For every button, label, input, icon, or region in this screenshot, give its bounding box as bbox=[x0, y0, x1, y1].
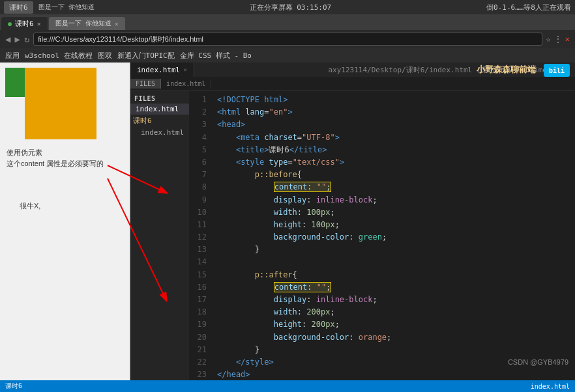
status-right: index.html bbox=[531, 383, 570, 390]
code-line-23: </head> bbox=[217, 369, 570, 380]
code-content[interactable]: <!DOCTYPE html> <html lang="en"> <head> … bbox=[212, 91, 575, 380]
editor-tab-index[interactable]: index.html ✕ bbox=[130, 63, 194, 77]
bookmark-w3school[interactable]: w3school 在线教程 bbox=[25, 51, 93, 61]
browser-address-bar: ◀ ▶ ↻ ☆ ⋮ ✕ bbox=[0, 30, 575, 48]
folder-lesson6[interactable]: 课时6 bbox=[130, 115, 189, 127]
code-line-8: content: ""; bbox=[217, 181, 570, 193]
bilibili-logo: bili bbox=[544, 64, 570, 77]
code-line-2: <html lang="en"> bbox=[217, 106, 570, 119]
annotation-line1: 使用伪元素 bbox=[7, 147, 104, 158]
browser-action-icons: ☆ ⋮ ✕ bbox=[546, 35, 570, 44]
back-button[interactable]: ◀ bbox=[5, 34, 10, 44]
tab-close-icon[interactable]: ✕ bbox=[37, 20, 41, 27]
forward-button[interactable]: ▶ bbox=[14, 34, 20, 44]
tab-lesson6[interactable]: 课时6 bbox=[4, 1, 33, 14]
highlight-content-after: content: ""; bbox=[274, 282, 332, 292]
line-numbers: 12345 678910 1112131415 1617181920 21222… bbox=[189, 91, 212, 380]
refresh-button[interactable]: ↻ bbox=[24, 34, 29, 44]
browser-tab-label: 课时6 bbox=[15, 19, 34, 29]
editor-tab-group: index.html ✕ bbox=[130, 63, 194, 77]
code-line-19: height: 200px; bbox=[217, 318, 570, 331]
code-line-17: display: inline-block; bbox=[217, 294, 570, 306]
code-line-12: background-color: green; bbox=[217, 231, 570, 244]
viewer-count: 倒0-1-6……等8人正在观看 bbox=[486, 3, 571, 12]
main-content: 很牛X, 使用伪元素 这个content 属性是必须要写的 in bbox=[0, 63, 575, 380]
editor-body: FILES index.html 课时6 index.html 12345 67… bbox=[130, 91, 575, 380]
file-item-index[interactable]: index.html bbox=[130, 104, 189, 115]
code-line-7: p::before{ bbox=[217, 169, 570, 181]
preview-label: 很牛X, bbox=[20, 201, 40, 211]
code-line-16: content: ""; bbox=[217, 281, 570, 294]
preview-after-element bbox=[25, 68, 96, 139]
csdn-watermark: CSDN @GYB4979 bbox=[508, 358, 568, 366]
bookmark-apps[interactable]: 应用 bbox=[5, 51, 20, 61]
preview-annotation: 使用伪元素 这个content 属性是必须要写的 bbox=[7, 147, 104, 169]
bookmark-shuang[interactable]: 图双 bbox=[98, 51, 112, 61]
code-line-6: <style type="text/css"> bbox=[217, 156, 570, 169]
bookmarks-bar: 应用 w3school 在线教程 图双 新通入门TOPIC配 金库 CSS 样式… bbox=[0, 48, 575, 63]
code-line-20: background-color: orange; bbox=[217, 331, 570, 344]
tab-screen[interactable]: 图是一下 你他知道 bbox=[38, 3, 95, 12]
code-line-5: <title>课时6</title> bbox=[217, 144, 570, 156]
tab-favicon: ● bbox=[8, 20, 12, 27]
tab-label2: 图是一下 你他知道 bbox=[55, 19, 111, 28]
bookmark-icon[interactable]: ☆ bbox=[546, 35, 551, 44]
editor-secondary-tabs: FILES index.html bbox=[130, 77, 575, 91]
browser-tab-lesson6[interactable]: ● 课时6 ✕ bbox=[1, 17, 48, 30]
files-header: FILES bbox=[130, 94, 189, 104]
code-line-21: } bbox=[217, 344, 570, 356]
code-line-3: <head> bbox=[217, 119, 570, 131]
tab-close-icon2[interactable]: ✕ bbox=[115, 20, 119, 27]
editor-top-row: index.html ✕ axy123114/Desktop/课时6/index… bbox=[130, 63, 575, 77]
code-line-1: <!DOCTYPE html> bbox=[217, 94, 570, 106]
code-line-9: display: inline-block; bbox=[217, 194, 570, 206]
status-left: 课时6 bbox=[5, 382, 22, 391]
code-line-11: height: 100px; bbox=[217, 219, 570, 231]
close-icon[interactable]: ✕ bbox=[565, 35, 570, 44]
browser-tab-screen[interactable]: 图是一下 你他知道 ✕ bbox=[49, 17, 125, 30]
address-input[interactable] bbox=[33, 33, 542, 46]
code-line-10: width: 100px; bbox=[217, 206, 570, 219]
code-editor[interactable]: 12345 678910 1112131415 1617181920 21222… bbox=[189, 91, 575, 380]
code-line-18: width: 200px; bbox=[217, 306, 570, 318]
file-item-index2[interactable]: index.html bbox=[130, 127, 189, 138]
code-line-4: <meta charset="UTF-8"> bbox=[217, 132, 570, 144]
settings-icon[interactable]: ⋮ bbox=[554, 35, 562, 44]
editor-tab-close[interactable]: ✕ bbox=[183, 66, 186, 73]
secondary-tab-index[interactable]: index.html bbox=[161, 79, 211, 89]
secondary-tab-files[interactable]: FILES bbox=[130, 79, 161, 89]
status-bar: 课时6 index.html bbox=[0, 380, 575, 392]
bookmark-css[interactable]: 金库 CSS 样式 - Bo bbox=[180, 51, 252, 61]
editor-panel: index.html ✕ axy123114/Desktop/课时6/index… bbox=[130, 63, 575, 380]
watermark-text: 小野森森聊前端 bbox=[477, 64, 536, 76]
browser-tab-bar: ● 课时6 ✕ 图是一下 你他知道 ✕ bbox=[0, 14, 575, 30]
highlight-content-before: content: ""; bbox=[274, 182, 332, 192]
sharing-status: 正在分享屏幕 03:15:07 bbox=[100, 3, 481, 12]
system-top-bar: 课时6 图是一下 你他知道 正在分享屏幕 03:15:07 倒0-1-6……等8… bbox=[0, 0, 575, 14]
code-line-13: } bbox=[217, 244, 570, 256]
code-line-15: p::after{ bbox=[217, 269, 570, 281]
annotation-line2: 这个content 属性是必须要写的 bbox=[7, 158, 104, 169]
bookmark-topic[interactable]: 新通入门TOPIC配 bbox=[117, 51, 175, 61]
code-line-14 bbox=[217, 256, 570, 268]
editor-tab-label: index.html bbox=[137, 66, 180, 74]
file-explorer: FILES index.html 课时6 index.html bbox=[130, 91, 189, 380]
preview-panel: 很牛X, 使用伪元素 这个content 属性是必须要写的 bbox=[0, 63, 130, 380]
